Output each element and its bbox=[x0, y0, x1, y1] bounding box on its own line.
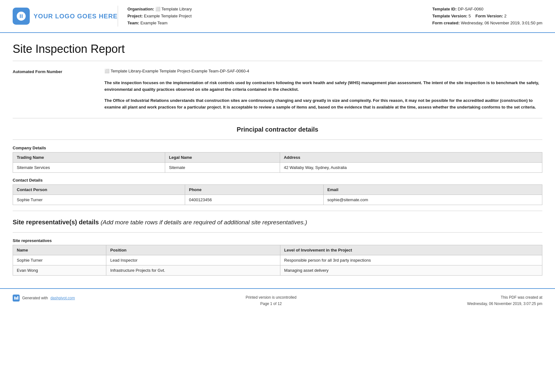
page-footer: Generated with dashpivot.com Printed ver… bbox=[0, 288, 555, 312]
version-line: Template Version: 5 Form Version: 2 bbox=[432, 13, 542, 20]
footer-right-line1: This PDF was created at bbox=[467, 295, 542, 301]
template-id-value: DP-SAF-0060 bbox=[458, 7, 483, 11]
site-rep-heading-italic: (Add more table rows if details are requ… bbox=[101, 219, 307, 226]
form-number-label: Automated Form Number bbox=[13, 69, 104, 74]
contact-phone-cell: 0400123456 bbox=[185, 195, 323, 205]
footer-center-line2: Page 1 of 12 bbox=[246, 301, 296, 307]
site-rep-heading-area: Site representative(s) details (Add more… bbox=[13, 219, 542, 226]
header-meta: Organisation: ⬜ Template Library Project… bbox=[118, 6, 420, 27]
company-col-trading-name: Trading Name bbox=[13, 152, 165, 163]
rep-name-cell: Sophie Turner bbox=[13, 255, 106, 265]
template-id-line: Template ID: DP-SAF-0060 bbox=[432, 6, 542, 13]
logo-area: YOUR LOGO GOES HERE bbox=[13, 8, 118, 25]
table-row: Sophie Turner Lead Inspector Responsible… bbox=[13, 255, 542, 265]
org-line: Organisation: ⬜ Template Library bbox=[128, 6, 420, 13]
project-label: Project: bbox=[128, 14, 143, 18]
form-version-value: 2 bbox=[504, 14, 507, 18]
footer-logo-icon bbox=[13, 295, 20, 302]
company-col-address: Address bbox=[280, 152, 542, 163]
project-line: Project: Example Template Project bbox=[128, 13, 420, 20]
principal-contractor-heading: Principal contractor details bbox=[13, 126, 542, 133]
form-created-label: Form created: bbox=[432, 21, 460, 25]
svg-rect-0 bbox=[14, 297, 16, 300]
footer-right: This PDF was created at Wednesday, 06 No… bbox=[467, 295, 542, 307]
site-rep-table: Name Position Level of Involvement in th… bbox=[13, 245, 542, 276]
template-version-value: 5 bbox=[469, 14, 471, 18]
rep-position-cell: Lead Inspector bbox=[106, 255, 280, 265]
logo-svg bbox=[16, 11, 27, 22]
company-col-legal-name: Legal Name bbox=[165, 152, 280, 163]
footer-left: Generated with dashpivot.com bbox=[13, 295, 75, 302]
team-label: Team: bbox=[128, 21, 139, 25]
org-value: ⬜ Template Library bbox=[155, 7, 192, 11]
main-content: Site Inspection Report Automated Form Nu… bbox=[0, 33, 555, 276]
footer-generated-label: Generated with bbox=[22, 296, 48, 300]
footer-center-line1: Printed version is uncontrolled bbox=[246, 295, 296, 301]
template-id-label: Template ID: bbox=[432, 7, 457, 11]
table-row: Sitemate Services Sitemate 42 Wallaby Wa… bbox=[13, 163, 542, 173]
site-rep-heading: Site representative(s) details (Add more… bbox=[13, 219, 307, 226]
company-details-label: Company Details bbox=[13, 146, 542, 150]
form-number-row: Automated Form Number ⬜ Template Library… bbox=[13, 69, 542, 74]
site-rep-header-row: Name Position Level of Involvement in th… bbox=[13, 245, 542, 255]
org-label: Organisation: bbox=[128, 7, 154, 11]
divider-2 bbox=[13, 140, 542, 140]
site-rep-col-name: Name bbox=[13, 245, 106, 255]
logo-text: YOUR LOGO GOES HERE bbox=[34, 13, 118, 20]
team-value: Example Team bbox=[140, 21, 168, 25]
site-representatives-label: Site representatives bbox=[13, 238, 542, 243]
contact-details-label: Contact Details bbox=[13, 178, 542, 183]
divider-1 bbox=[13, 118, 542, 118]
footer-right-line2: Wednesday, 06 November 2019, 3:07:25 pm bbox=[467, 301, 542, 307]
site-rep-col-involvement: Level of Involvement in the Project bbox=[280, 245, 542, 255]
form-number-value: ⬜ Template Library-Example Template Proj… bbox=[104, 69, 249, 73]
footer-logo-svg bbox=[14, 296, 18, 300]
address-cell: 42 Wallaby Way, Sydney, Australia bbox=[280, 163, 542, 173]
rep-position-cell: Infrastructure Projects for Gvt. bbox=[106, 265, 280, 276]
footer-center: Printed version is uncontrolled Page 1 o… bbox=[246, 295, 296, 307]
table-row: Evan Wong Infrastructure Projects for Gv… bbox=[13, 265, 542, 276]
project-value: Example Template Project bbox=[144, 14, 192, 18]
legal-name-cell: Sitemate bbox=[165, 163, 280, 173]
rep-name-cell: Evan Wong bbox=[13, 265, 106, 276]
company-table-header-row: Trading Name Legal Name Address bbox=[13, 152, 542, 163]
page-title: Site Inspection Report bbox=[13, 42, 542, 61]
divider-4 bbox=[13, 232, 542, 233]
contact-col-phone: Phone bbox=[185, 185, 323, 195]
site-rep-col-position: Position bbox=[106, 245, 280, 255]
form-version-label: Form Version: bbox=[475, 14, 503, 18]
header-right: Template ID: DP-SAF-0060 Template Versio… bbox=[420, 6, 542, 27]
logo-icon bbox=[13, 8, 30, 25]
svg-rect-1 bbox=[16, 297, 17, 300]
template-version-label: Template Version: bbox=[432, 14, 467, 18]
rep-involvement-cell: Responsible person for all 3rd party ins… bbox=[280, 255, 542, 265]
description-para2: The Office of Industrial Relations under… bbox=[104, 97, 542, 111]
team-line: Team: Example Team bbox=[128, 20, 420, 27]
contact-table-header-row: Contact Person Phone Email bbox=[13, 185, 542, 195]
description-para1: The site inspection focuses on the imple… bbox=[104, 80, 542, 93]
contact-email-cell: sophie@sitemate.com bbox=[323, 195, 542, 205]
footer-dashpivot-link[interactable]: dashpivot.com bbox=[50, 296, 75, 300]
form-created-line: Form created: Wednesday, 06 November 201… bbox=[432, 20, 542, 27]
contact-person-cell: Sophie Turner bbox=[13, 195, 185, 205]
form-created-value: Wednesday, 06 November 2019, 3:01:50 pm bbox=[461, 21, 542, 25]
contact-details-table: Contact Person Phone Email Sophie Turner… bbox=[13, 184, 542, 205]
trading-name-cell: Sitemate Services bbox=[13, 163, 165, 173]
divider-3 bbox=[13, 211, 542, 211]
rep-involvement-cell: Managing asset delivery bbox=[280, 265, 542, 276]
contact-col-email: Email bbox=[323, 185, 542, 195]
contact-col-person: Contact Person bbox=[13, 185, 185, 195]
page-header: YOUR LOGO GOES HERE Organisation: ⬜ Temp… bbox=[0, 0, 555, 33]
svg-rect-2 bbox=[17, 296, 19, 300]
table-row: Sophie Turner 0400123456 sophie@sitemate… bbox=[13, 195, 542, 205]
site-rep-heading-bold: Site representative(s) details bbox=[13, 219, 99, 226]
description-section: The site inspection focuses on the imple… bbox=[104, 80, 542, 110]
company-details-table: Trading Name Legal Name Address Sitemate… bbox=[13, 152, 542, 173]
